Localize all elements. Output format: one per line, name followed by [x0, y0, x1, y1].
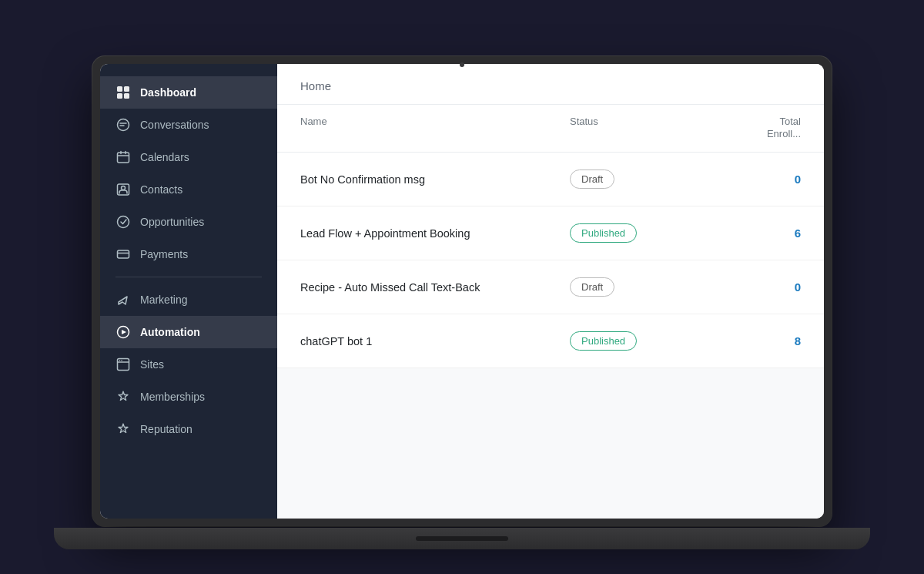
sidebar-item-automation[interactable]: Automation: [100, 316, 277, 348]
main-content: Home Name Status TotalEnroll... Bot No C…: [277, 64, 824, 519]
payments-icon: [116, 247, 131, 262]
opportunities-icon: [116, 214, 131, 230]
table-row[interactable]: Recipe - Auto Missed Call Text-Back Draf…: [277, 260, 824, 314]
sidebar-item-opportunities[interactable]: Opportunities: [100, 206, 277, 238]
svg-rect-5: [118, 153, 129, 163]
status-cell: Draft: [570, 277, 708, 297]
laptop-base: [54, 528, 870, 549]
calendar-icon: [116, 149, 131, 165]
page-header: Home: [277, 64, 824, 105]
svg-rect-0: [117, 86, 122, 92]
svg-marker-11: [122, 330, 126, 334]
status-cell: Published: [570, 223, 708, 243]
sidebar: Dashboard Conversations: [100, 64, 277, 519]
sidebar-label-dashboard: Dashboard: [140, 86, 196, 99]
sidebar-label-contacts: Contacts: [140, 183, 182, 196]
reputation-icon: [116, 421, 131, 437]
camera: [460, 62, 464, 67]
sidebar-item-sites[interactable]: Sites: [100, 348, 277, 381]
row-count: 0: [708, 280, 801, 294]
laptop-body: Dashboard Conversations: [92, 56, 832, 526]
svg-point-8: [118, 216, 129, 227]
laptop-frame: Dashboard Conversations: [54, 25, 870, 549]
sidebar-label-conversations: Conversations: [140, 119, 209, 131]
table-row[interactable]: Bot No Confirmation msg Draft 0: [277, 153, 824, 206]
chat-icon: [116, 117, 131, 133]
svg-rect-1: [124, 86, 129, 92]
sidebar-item-conversations[interactable]: Conversations: [100, 109, 277, 141]
status-badge: Published: [570, 223, 637, 243]
sidebar-item-dashboard[interactable]: Dashboard: [100, 76, 277, 109]
memberships-icon: [116, 389, 131, 404]
svg-point-14: [121, 360, 122, 361]
sidebar-item-payments[interactable]: Payments: [100, 238, 277, 270]
col-header-status: Status: [570, 116, 708, 142]
col-header-name: Name: [300, 116, 570, 142]
page-title: Home: [300, 79, 331, 92]
sidebar-label-payments: Payments: [140, 248, 188, 260]
automation-icon: [116, 324, 131, 340]
table-row[interactable]: chatGPT bot 1 Published 8: [277, 314, 824, 368]
laptop-screen: Dashboard Conversations: [100, 64, 824, 519]
sidebar-label-marketing: Marketing: [140, 294, 187, 306]
status-cell: Draft: [570, 170, 708, 189]
status-badge: Published: [570, 331, 637, 351]
row-name: Recipe - Auto Missed Call Text-Back: [300, 280, 570, 295]
sidebar-label-calendars: Calendars: [140, 151, 189, 163]
svg-point-13: [119, 360, 121, 361]
sidebar-label-automation: Automation: [140, 326, 200, 338]
row-name: Lead Flow + Appointment Booking: [300, 226, 570, 241]
row-name: chatGPT bot 1: [300, 334, 570, 349]
status-badge: Draft: [570, 277, 614, 297]
row-count: 8: [708, 334, 801, 347]
col-header-total-enrolled: TotalEnroll...: [708, 116, 801, 142]
svg-point-7: [122, 186, 126, 190]
row-count: 6: [708, 227, 801, 240]
table-row[interactable]: Lead Flow + Appointment Booking Publishe…: [277, 206, 824, 260]
status-badge: Draft: [570, 170, 614, 189]
sidebar-item-calendars[interactable]: Calendars: [100, 141, 277, 173]
sidebar-label-sites: Sites: [140, 358, 164, 371]
svg-point-4: [118, 119, 129, 130]
status-cell: Published: [570, 331, 708, 351]
table-header: Name Status TotalEnroll...: [277, 105, 824, 153]
automation-table: Name Status TotalEnroll... Bot No Confir…: [277, 105, 824, 369]
sidebar-label-memberships: Memberships: [140, 391, 205, 403]
sites-icon: [116, 357, 131, 372]
sidebar-item-reputation[interactable]: Reputation: [100, 413, 277, 445]
svg-rect-2: [117, 93, 122, 99]
sidebar-item-memberships[interactable]: Memberships: [100, 381, 277, 413]
row-name: Bot No Confirmation msg: [300, 172, 570, 187]
sidebar-divider: [116, 277, 262, 277]
svg-rect-3: [124, 93, 129, 99]
sidebar-label-opportunities: Opportunities: [140, 216, 204, 228]
sidebar-item-marketing[interactable]: Marketing: [100, 284, 277, 316]
sidebar-label-reputation: Reputation: [140, 423, 192, 435]
grid-icon: [116, 85, 131, 100]
contacts-icon: [116, 182, 131, 197]
marketing-icon: [116, 292, 131, 307]
svg-rect-9: [118, 250, 129, 258]
sidebar-item-contacts[interactable]: Contacts: [100, 173, 277, 206]
row-count: 0: [708, 173, 801, 186]
